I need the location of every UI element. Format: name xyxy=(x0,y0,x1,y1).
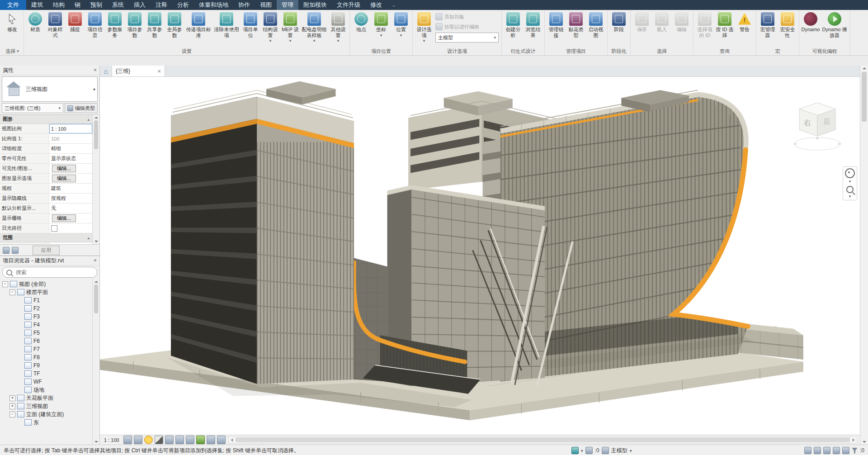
tree-item-level[interactable]: F6 xyxy=(0,337,92,345)
design-options-icon[interactable] xyxy=(602,447,609,454)
expand-icon[interactable] xyxy=(9,395,15,401)
browser-scrollbar[interactable] xyxy=(92,279,99,445)
tab-massing-site[interactable]: 体量和场地 xyxy=(194,0,233,10)
instance-selector[interactable]: 三维视图: (三维)▾ xyxy=(2,103,63,113)
drawing-area[interactable]: 右 后 ▾ ▾ xyxy=(100,77,860,435)
shadows-icon[interactable] xyxy=(155,436,163,444)
viewcube[interactable]: 右 后 xyxy=(790,97,844,157)
visual-style-icon[interactable] xyxy=(134,436,142,444)
tree-item-floor-plans[interactable]: 楼层平面 xyxy=(0,288,92,296)
snaps-button[interactable]: 捕捉 xyxy=(65,11,85,33)
tab-addins[interactable]: 附加模块 xyxy=(298,0,332,10)
panel-label-select[interactable]: 选择▾ xyxy=(1,47,24,55)
show-crop-region-icon[interactable] xyxy=(186,436,194,444)
macro-manager-button[interactable]: 宏管理器 xyxy=(758,11,778,39)
tree-item-level[interactable]: F1 xyxy=(0,296,92,304)
chevron-down-icon[interactable]: ▾ xyxy=(581,448,583,453)
select-by-id-button[interactable]: 按 ID 选择 xyxy=(715,11,735,39)
browser-search-box[interactable] xyxy=(2,267,97,278)
parts-visibility-value[interactable]: 显示原状态 xyxy=(49,154,92,163)
object-styles-button[interactable]: 对象样式 xyxy=(45,11,65,39)
explore-outcomes-button[interactable]: 浏览结果 xyxy=(523,11,543,39)
discipline-value[interactable]: 建筑 xyxy=(49,184,92,193)
macro-security-button[interactable]: 宏安全性 xyxy=(778,11,797,39)
phases-button[interactable]: 阶段 xyxy=(609,11,629,33)
tree-item-east-elevation[interactable]: 东 xyxy=(0,418,92,427)
tab-collaborate[interactable]: 协作 xyxy=(233,0,255,10)
tab-analyze[interactable]: 分析 xyxy=(172,0,194,10)
warnings-button[interactable]: 警告 xyxy=(735,11,755,33)
file-menu-button[interactable]: 文件 xyxy=(0,0,26,10)
edit-selection-button[interactable]: 编辑 xyxy=(672,11,692,33)
sun-path-checkbox[interactable] xyxy=(51,225,57,232)
scrollbar-thumb[interactable] xyxy=(236,437,850,442)
collapse-icon[interactable] xyxy=(9,412,15,417)
rendering-dialog-icon[interactable] xyxy=(165,436,174,444)
3d-view-canvas[interactable] xyxy=(100,77,860,435)
scroll-down-icon[interactable] xyxy=(94,241,98,242)
steering-wheel-icon[interactable] xyxy=(845,168,855,178)
decal-types-button[interactable]: 贴花类型 xyxy=(566,11,586,39)
shared-parameters-button[interactable]: 共享参数 xyxy=(145,11,165,39)
parameter-service-button[interactable]: 参数服务 xyxy=(105,11,125,39)
tree-item-level[interactable]: F9 xyxy=(0,361,92,370)
project-information-button[interactable]: 项目信息 xyxy=(85,11,105,39)
tree-item-level[interactable]: F2 xyxy=(0,304,92,313)
editing-requests-icon[interactable] xyxy=(585,447,593,454)
drag-on-selection-icon[interactable] xyxy=(842,447,849,454)
tree-item-level[interactable]: F7 xyxy=(0,345,92,353)
position-button[interactable]: 位置▾ xyxy=(391,11,411,38)
transfer-project-standards-button[interactable]: 传递项目标准 xyxy=(184,11,212,39)
design-options-button[interactable]: 设计选项▾ xyxy=(414,11,434,44)
detail-level-value[interactable]: 精细 xyxy=(49,144,92,153)
tree-item-level[interactable]: F3 xyxy=(0,313,92,321)
graphic-display-options-edit-button[interactable]: 编辑... xyxy=(52,175,76,182)
add-to-set-button[interactable]: 添加到集 xyxy=(434,12,500,21)
ids-of-selection-button[interactable]: 选择项的 ID xyxy=(695,11,715,39)
filter-icon[interactable] xyxy=(852,448,858,454)
load-selection-button[interactable]: 载入 xyxy=(652,11,672,33)
horizontal-scrollbar[interactable] xyxy=(228,436,857,444)
apply-button[interactable]: 应用 xyxy=(33,246,60,255)
close-view-icon[interactable]: × xyxy=(157,68,161,75)
sort-ascending-icon[interactable] xyxy=(3,247,9,254)
scrollbar-thumb[interactable] xyxy=(94,120,98,149)
temporary-view-properties-icon[interactable] xyxy=(217,436,226,444)
chevron-down-icon[interactable]: ▾ xyxy=(849,180,851,184)
tab-structure[interactable]: 结构 xyxy=(48,0,70,10)
sort-grouping-icon[interactable] xyxy=(12,247,19,254)
scroll-up-icon[interactable] xyxy=(94,117,98,118)
home-icon[interactable]: ⌂ xyxy=(100,66,112,76)
tab-systems[interactable]: 系统 xyxy=(107,0,129,10)
collapse-icon[interactable] xyxy=(2,281,8,287)
properties-scrollbar[interactable] xyxy=(92,115,99,244)
tree-item-ceiling-plans[interactable]: 天花板平面 xyxy=(0,394,92,402)
coordinates-button[interactable]: 坐标▾ xyxy=(371,11,391,38)
tree-item-elevations[interactable]: 立面 (建筑立面) xyxy=(0,410,92,418)
purge-unused-button[interactable]: 清除未使用项 xyxy=(212,11,241,39)
tab-view[interactable]: 视图 xyxy=(255,0,277,10)
vertical-scrollbar[interactable] xyxy=(860,66,868,445)
view-tab-3d[interactable]: {三维} × xyxy=(112,66,165,76)
starting-view-button[interactable]: 启动视图 xyxy=(586,11,606,39)
manage-links-button[interactable]: 管理链接 xyxy=(546,11,566,39)
section-extents[interactable]: 范围 xyxy=(0,233,92,242)
worksharing-icon[interactable] xyxy=(571,447,579,454)
global-parameters-button[interactable]: 全局参数 xyxy=(165,11,184,39)
show-grids-edit-button[interactable]: 编辑... xyxy=(52,214,76,222)
chevron-down-icon[interactable]: ▾ xyxy=(630,448,632,453)
materials-button[interactable]: 材质 xyxy=(25,11,45,33)
temporary-hide-isolate-icon[interactable] xyxy=(196,436,205,444)
select-underlay-icon[interactable] xyxy=(814,447,821,454)
create-study-button[interactable]: 创建分析 xyxy=(503,11,523,39)
collapse-icon[interactable] xyxy=(9,289,15,295)
sun-path-icon[interactable] xyxy=(144,436,153,444)
tab-architecture[interactable]: 建筑 xyxy=(26,0,48,10)
project-parameters-button[interactable]: 项目参数 xyxy=(125,11,145,39)
tab-file-upgrade[interactable]: 文件升级 xyxy=(332,0,365,10)
tree-item-level[interactable]: F5 xyxy=(0,329,92,337)
tree-item-views-root[interactable]: 视图 (全部) xyxy=(0,280,92,288)
scrollbar-thumb[interactable] xyxy=(862,72,867,122)
scrollbar-thumb[interactable] xyxy=(94,284,98,313)
tab-manage[interactable]: 管理 xyxy=(277,0,298,10)
